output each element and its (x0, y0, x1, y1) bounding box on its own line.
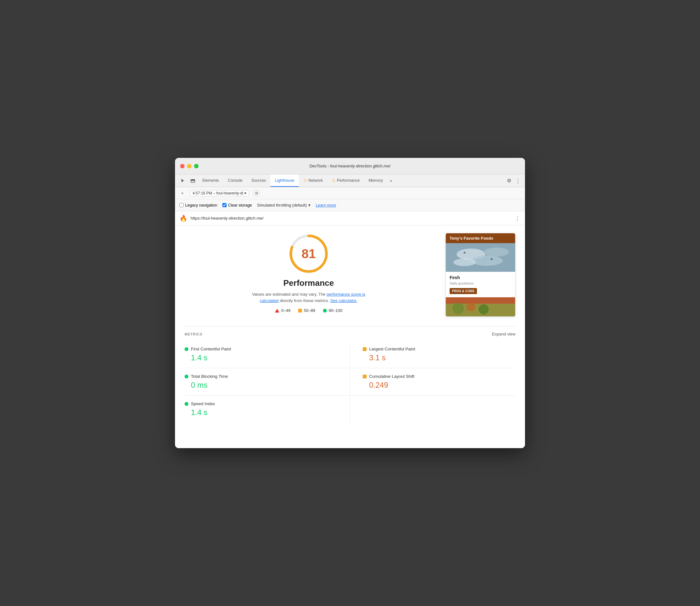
settings-icon[interactable]: ⚙ (504, 178, 514, 184)
tab-lighthouse[interactable]: Lighthouse (270, 174, 299, 187)
lcp-status-icon (363, 347, 366, 351)
pros-cons-button[interactable]: PROS & CONS (450, 288, 477, 294)
maximize-button[interactable] (194, 164, 198, 168)
score-title: Performance (284, 278, 334, 288)
throttle-select[interactable]: Simulated throttling (default) ▾ (257, 203, 311, 208)
svg-point-10 (491, 258, 492, 260)
metric-lcp: Largest Contentful Paint 3.1 s (350, 341, 515, 368)
options-bar: Legacy navigation Clear storage Simulate… (175, 199, 525, 211)
network-warning-icon: ⚠ (303, 178, 307, 183)
fcp-status-icon (185, 347, 188, 351)
learn-more-link[interactable]: Learn more (316, 203, 336, 208)
legend-low: 0–49 (275, 308, 290, 313)
svg-point-14 (466, 302, 475, 311)
clear-storage-input[interactable] (222, 203, 226, 207)
svg-point-13 (453, 303, 464, 314)
high-score-range: 90–100 (329, 308, 342, 313)
score-section: 81 Performance Values are estimated and … (185, 233, 515, 317)
tab-memory[interactable]: Memory (364, 174, 387, 187)
score-left: 81 Performance Values are estimated and … (185, 233, 433, 313)
close-button[interactable] (180, 164, 185, 168)
svg-rect-1 (191, 180, 195, 181)
preview-body: Fesh Salty goodness PROS & CONS (446, 272, 515, 297)
tab-performance[interactable]: ⚠ Performance (328, 174, 364, 187)
score-circle: 81 (288, 233, 329, 274)
metric-tbt-header: Total Blocking Time (185, 374, 337, 379)
si-status-icon (185, 402, 188, 406)
expand-view-button[interactable]: Expand view (492, 332, 515, 336)
clear-storage-label: Clear storage (228, 203, 252, 208)
si-name: Speed Index (191, 401, 215, 406)
devtools-tabs-bar: Elements Console Sources Lighthouse ⚠ Ne… (175, 174, 525, 187)
legacy-nav-label: Legacy navigation (185, 203, 217, 208)
window-title: DevTools - foul-heavenly-direction.glitc… (309, 164, 390, 168)
metrics-section: METRICS Expand view First Contentful Pai… (185, 332, 515, 423)
titlebar: DevTools - foul-heavenly-direction.glitc… (175, 158, 525, 174)
score-desc2: directly from these metrics. (280, 298, 329, 303)
metric-si: Speed Index 1.4 s (185, 396, 350, 423)
svg-point-6 (471, 256, 503, 266)
session-arrow: ▾ (244, 191, 246, 195)
tab-console[interactable]: Console (223, 174, 247, 187)
throttle-arrow: ▾ (308, 203, 311, 208)
more-options-icon[interactable]: ⋮ (514, 177, 523, 184)
low-score-icon (275, 309, 280, 312)
clear-storage-checkbox[interactable]: Clear storage (222, 203, 252, 208)
metric-tbt: Total Blocking Time 0 ms (185, 368, 350, 396)
session-selector[interactable]: 4:57:16 PM – foul-heavenly-di ▾ (190, 190, 249, 196)
preview-image-fish (446, 243, 515, 272)
preview-item-desc: Salty goodness (450, 281, 511, 285)
tab-elements[interactable]: Elements (198, 174, 223, 187)
metric-cls-header: Cumulative Layout Shift (363, 374, 515, 379)
svg-point-8 (484, 248, 509, 257)
tab-sources[interactable]: Sources (247, 174, 270, 187)
legacy-nav-input[interactable] (179, 203, 184, 207)
lcp-value: 3.1 s (363, 353, 515, 362)
section-divider (185, 326, 515, 327)
si-value: 1.4 s (185, 408, 337, 417)
tbt-status-icon (185, 375, 188, 378)
see-calculator-link[interactable]: See calculator. (330, 298, 357, 303)
high-score-icon (323, 309, 327, 312)
score-description: Values are estimated and may vary. The p… (248, 291, 369, 304)
refresh-button[interactable]: ⊘ (253, 190, 260, 197)
legend-mid: 50–89 (298, 308, 315, 313)
url-bar: 🔥 https://foul-heavenly-direction.glitch… (175, 211, 525, 225)
url-more-icon[interactable]: ⋮ (514, 215, 521, 222)
more-tabs-button[interactable]: » (388, 178, 395, 183)
metric-fcp: First Contentful Paint 1.4 s (185, 341, 350, 368)
url-text: https://foul-heavenly-direction.glitch.m… (191, 216, 511, 220)
svg-point-7 (453, 258, 476, 266)
devtools-window: DevTools - foul-heavenly-direction.glitc… (175, 158, 525, 448)
minimize-button[interactable] (187, 164, 192, 168)
performance-warning-icon: ⚠ (332, 178, 336, 183)
cls-status-icon (363, 375, 366, 378)
svg-point-15 (479, 304, 489, 314)
tbt-name: Total Blocking Time (191, 374, 228, 379)
tbt-value: 0 ms (185, 381, 337, 390)
cursor-icon[interactable] (177, 174, 188, 187)
dock-icon[interactable] (188, 174, 198, 187)
add-button[interactable]: ＋ (179, 190, 186, 197)
score-legend: 0–49 50–89 90–100 (275, 308, 342, 313)
preview-item-name: Fesh (450, 275, 511, 280)
preview-image-food (446, 297, 515, 317)
preview-card: Tony's Favorite Foods (445, 233, 515, 317)
throttle-label: Simulated throttling (default) (257, 203, 307, 208)
metric-fcp-header: First Contentful Paint (185, 347, 337, 351)
preview-header: Tony's Favorite Foods (446, 233, 515, 243)
lighthouse-toolbar: ＋ 4:57:16 PM – foul-heavenly-di ▾ ⊘ (175, 187, 525, 199)
traffic-lights (180, 164, 198, 168)
fcp-name: First Contentful Paint (191, 347, 231, 351)
cls-name: Cumulative Layout Shift (369, 374, 415, 379)
low-score-range: 0–49 (281, 308, 290, 313)
main-content: 81 Performance Values are estimated and … (175, 225, 525, 448)
legacy-nav-checkbox[interactable]: Legacy navigation (179, 203, 217, 208)
tab-network[interactable]: ⚠ Network (299, 174, 328, 187)
fcp-value: 1.4 s (185, 353, 337, 362)
site-icon: 🔥 (179, 214, 187, 222)
mid-score-icon (298, 309, 302, 312)
metrics-header: METRICS Expand view (185, 332, 515, 336)
lcp-name: Largest Contentful Paint (369, 347, 415, 351)
metrics-grid: First Contentful Paint 1.4 s Largest Con… (185, 341, 515, 423)
